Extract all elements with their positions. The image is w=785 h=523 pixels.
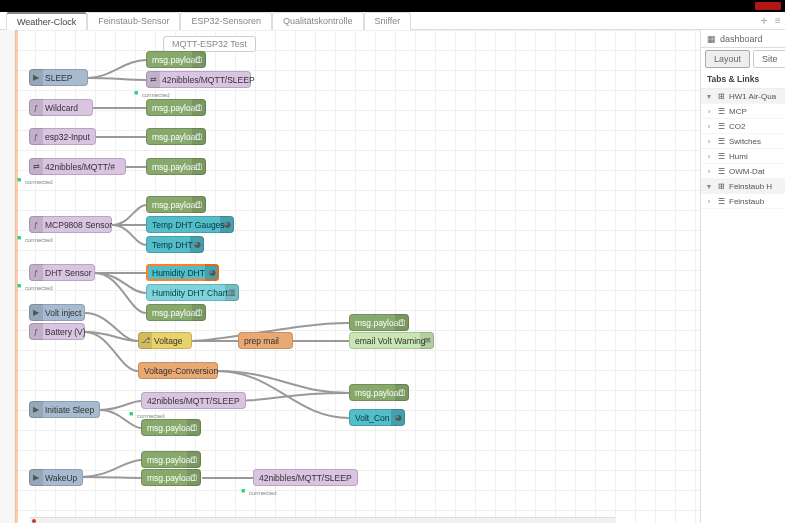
- function-icon: ƒ: [29, 323, 43, 340]
- group-icon: ☰: [716, 167, 726, 176]
- flow-tab-label: Feinstaub-Sensor: [98, 16, 169, 26]
- group-icon: ☰: [716, 107, 726, 116]
- tree-item[interactable]: ›☰Switches: [701, 134, 785, 149]
- chart-node-humidity[interactable]: Humidity DHT Chart▥: [146, 284, 239, 301]
- subflow-badge[interactable]: MQTT-ESP32 Test: [163, 36, 256, 52]
- chevron-right-icon: ›: [705, 167, 713, 176]
- debug-node[interactable]: msg.payload▢: [146, 196, 206, 213]
- group-icon: ☰: [716, 137, 726, 146]
- debug-node[interactable]: msg.payload▢: [146, 99, 206, 116]
- node-wildcard[interactable]: ƒWildcard: [29, 99, 93, 116]
- flow-tab-sniffer[interactable]: Sniffer: [364, 12, 412, 30]
- function-node-voltage-conversion[interactable]: Voltage-Conversion: [138, 362, 218, 379]
- sidebar-header: ▦ dashboard: [701, 30, 785, 48]
- debug-icon: ▢: [187, 419, 201, 436]
- inject-node-wakeup[interactable]: ▶WakeUp: [29, 469, 83, 486]
- chart-icon: ▥: [225, 284, 239, 301]
- mail-icon: ✉: [420, 332, 434, 349]
- tab-icon: ⊞: [716, 182, 726, 191]
- flow-tabs-bar: Weather-Clock Feinstaub-Sensor ESP32-Sen…: [0, 12, 785, 30]
- gauge-node-dht[interactable]: Temp DHT◕: [146, 236, 204, 253]
- mqtt-in-node[interactable]: ⇄42nibbles/MQTT/#■connected: [29, 158, 126, 175]
- node-dht-sensor[interactable]: ƒDHT Sensor■connected: [29, 264, 95, 281]
- flow-tab-label: Weather-Clock: [17, 17, 76, 27]
- chevron-down-icon: ▾: [705, 182, 713, 191]
- debug-node[interactable]: msg.payload▢: [141, 451, 201, 468]
- sidebar-section-heading: Tabs & Links: [701, 70, 785, 89]
- gauge-node-temp[interactable]: Temp DHT Gauges◕: [146, 216, 234, 233]
- debug-icon: ▢: [192, 99, 206, 116]
- node-palette[interactable]: [0, 30, 15, 523]
- debug-icon: ▢: [192, 196, 206, 213]
- debug-node[interactable]: msg.payload▢: [349, 314, 409, 331]
- flow-tab-label: ESP32-Sensoren: [191, 16, 261, 26]
- debug-icon: ▢: [395, 314, 409, 331]
- email-node[interactable]: email Volt Warning✉: [349, 332, 434, 349]
- flow-canvas[interactable]: MQTT-ESP32 Test: [15, 30, 700, 523]
- sidebar-tab-layout[interactable]: Layout: [705, 50, 750, 68]
- node-battery[interactable]: ƒBattery (V): [29, 323, 85, 340]
- flow-tab-label: Sniffer: [375, 16, 401, 26]
- inject-node-volt[interactable]: ▶Volt inject: [29, 304, 85, 321]
- debug-node[interactable]: msg.payload▢: [146, 158, 206, 175]
- debug-icon: ▢: [395, 384, 409, 401]
- gauge-icon: ◕: [190, 236, 204, 253]
- flow-tab-feinstaub[interactable]: Feinstaub-Sensor: [87, 12, 180, 30]
- inject-icon: ▶: [29, 69, 43, 86]
- chevron-down-icon: ▾: [705, 92, 713, 101]
- debug-node[interactable]: msg.payload▢: [146, 128, 206, 145]
- debug-node[interactable]: msg.payload▢: [349, 384, 409, 401]
- function-node-prep-mail[interactable]: prep mail: [238, 332, 293, 349]
- tree-group[interactable]: ▾⊞HW1 Air-Qua: [701, 89, 785, 104]
- chevron-right-icon: ›: [705, 152, 713, 161]
- inject-icon: ▶: [29, 469, 43, 486]
- debug-icon: ▢: [192, 128, 206, 145]
- group-icon: ☰: [716, 152, 726, 161]
- inject-node-sleep[interactable]: ▶SLEEP: [29, 69, 88, 86]
- chevron-right-icon: ›: [705, 107, 713, 116]
- inject-node-initiate-sleep[interactable]: ▶Initiate Sleep: [29, 401, 100, 418]
- tree-item[interactable]: ›☰Humi: [701, 149, 785, 164]
- add-flow-button[interactable]: +: [757, 14, 771, 28]
- window-close-button[interactable]: [755, 2, 781, 10]
- mqtt-out-node-sleep2[interactable]: 42nibbles/MQTT/SLEEP■connected: [141, 392, 246, 409]
- gauge-node-humidity[interactable]: Humidity DHT◕: [146, 264, 219, 281]
- sidebar: ▦ dashboard Layout Site Tabs & Links ▾⊞H…: [700, 30, 785, 523]
- node-esp32-input[interactable]: ƒesp32-Input: [29, 128, 96, 145]
- switch-icon: ⎇: [138, 332, 152, 349]
- tree-group[interactable]: ▾⊞Feinstaub H: [701, 179, 785, 194]
- debug-icon: ▢: [192, 304, 206, 321]
- gauge-icon: ◕: [205, 264, 219, 281]
- debug-icon: ▢: [187, 451, 201, 468]
- mqtt-out-node-sleep1[interactable]: ⇄42nibbles/MQTT/SLEEP■connected: [146, 71, 251, 88]
- function-icon: ƒ: [29, 99, 43, 116]
- dashboard-tree: ▾⊞HW1 Air-Qua ›☰MCP ›☰CO2 ›☰Switches ›☰H…: [701, 89, 785, 209]
- gauge-node-voltcon[interactable]: Volt_Con◕: [349, 409, 405, 426]
- gauge-icon: ◕: [391, 409, 405, 426]
- sidebar-tab-site[interactable]: Site: [753, 50, 785, 68]
- debug-node[interactable]: msg.payload▢: [146, 51, 206, 68]
- tree-item[interactable]: ›☰MCP: [701, 104, 785, 119]
- mqtt-icon: ⇄: [29, 158, 43, 175]
- wires-layer: [15, 30, 700, 523]
- function-icon: ƒ: [29, 216, 43, 233]
- mqtt-out-node-sleep3[interactable]: 42nibbles/MQTT/SLEEP■connected: [253, 469, 358, 486]
- window-titlebar: [0, 0, 785, 12]
- flow-list-menu-button[interactable]: ≡: [771, 15, 785, 26]
- switch-node-voltage[interactable]: ⎇Voltage: [138, 332, 192, 349]
- debug-node[interactable]: msg.payload▢: [141, 469, 201, 486]
- inject-icon: ▶: [29, 304, 43, 321]
- debug-node[interactable]: msg.payload▢: [146, 304, 206, 321]
- node-mcp-sensor[interactable]: ƒMCP9808 Sensor■connected: [29, 216, 112, 233]
- flow-tab-weather-clock[interactable]: Weather-Clock: [6, 12, 87, 30]
- sidebar-title: dashboard: [720, 34, 763, 44]
- debug-node[interactable]: msg.payload▢: [141, 419, 201, 436]
- debug-icon: ▢: [192, 51, 206, 68]
- tree-item[interactable]: ›☰OWM-Dat: [701, 164, 785, 179]
- flow-tab-esp32[interactable]: ESP32-Sensoren: [180, 12, 272, 30]
- tree-item[interactable]: ›☰Feinstaub: [701, 194, 785, 209]
- flow-tab-qk[interactable]: Qualitätskontrolle: [272, 12, 364, 30]
- tree-item[interactable]: ›☰CO2: [701, 119, 785, 134]
- debug-icon: ▢: [187, 469, 201, 486]
- function-icon: ƒ: [29, 128, 43, 145]
